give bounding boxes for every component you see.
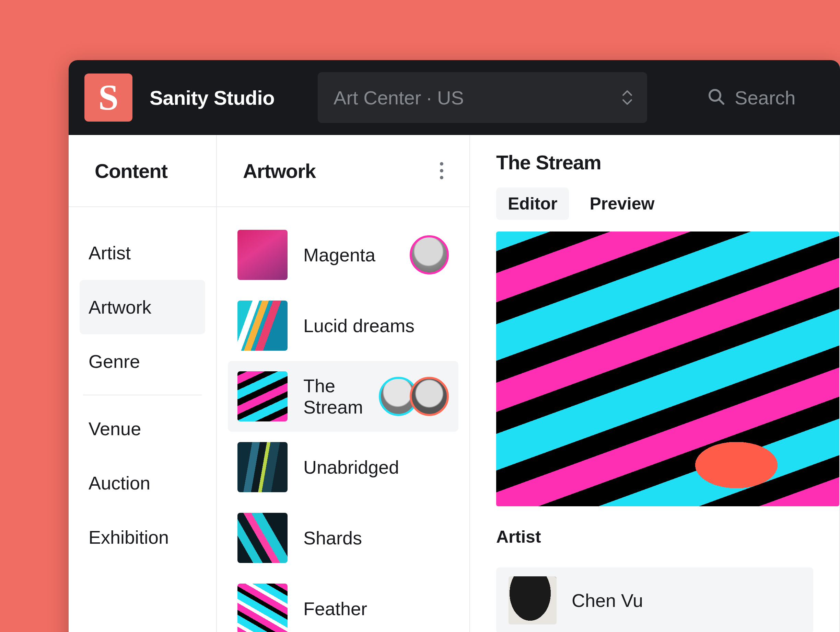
- list-item[interactable]: Shards: [228, 502, 458, 573]
- list-column: Artwork Magenta Lucid: [217, 135, 470, 632]
- logo-glyph: S: [98, 79, 119, 116]
- list-item[interactable]: Magenta: [228, 220, 458, 290]
- artwork-title: Lucid dreams: [303, 315, 449, 336]
- list-item[interactable]: Unabridged: [228, 432, 458, 502]
- detail-tabs: Editor Preview: [470, 178, 839, 220]
- artist-reference-card[interactable]: Chen Vu: [496, 567, 813, 632]
- artwork-title: Shards: [303, 527, 449, 548]
- detail-header: The Stream: [470, 135, 839, 178]
- list-title: Artwork: [243, 159, 316, 182]
- more-menu-icon[interactable]: [440, 162, 443, 179]
- artwork-thumbnail: [237, 301, 287, 351]
- sidebar-item-exhibition[interactable]: Exhibition: [80, 510, 205, 564]
- sidebar-item-auction[interactable]: Auction: [80, 456, 205, 510]
- list-item[interactable]: Lucid dreams: [228, 290, 458, 361]
- artwork-thumbnail: [237, 513, 287, 563]
- workspace-selector[interactable]: Art Center · US: [318, 72, 647, 123]
- artwork-list: Magenta Lucid dreams The Stream: [217, 207, 469, 632]
- list-item[interactable]: Feather: [228, 573, 458, 632]
- user-avatar-icon: [410, 377, 449, 416]
- user-avatar-icon: [410, 235, 449, 274]
- presence-avatars: [379, 377, 449, 416]
- list-header: Artwork: [217, 135, 469, 207]
- sidebar-column: Content Artist Artwork Genre Venue Aucti…: [69, 135, 217, 632]
- artist-name: Chen Vu: [572, 590, 643, 611]
- artwork-thumbnail: [237, 371, 287, 421]
- artwork-title: Unabridged: [303, 456, 449, 478]
- tab-preview[interactable]: Preview: [578, 187, 666, 220]
- sidebar-item-artist[interactable]: Artist: [80, 226, 205, 280]
- artwork-title: Feather: [303, 598, 449, 619]
- artwork-thumbnail: [237, 584, 287, 632]
- sanity-logo-icon: S: [84, 73, 133, 122]
- sidebar-header: Content: [69, 135, 216, 207]
- document-title: The Stream: [496, 151, 813, 174]
- sidebar-item-artwork[interactable]: Artwork: [80, 280, 205, 334]
- search-placeholder: Search: [735, 87, 796, 109]
- sidebar-nav: Artist Artwork Genre Venue Auction Exhib…: [69, 207, 216, 583]
- sidebar-separator: [83, 394, 202, 395]
- sidebar-item-venue[interactable]: Venue: [80, 402, 205, 456]
- search-icon: [707, 87, 726, 108]
- artwork-thumbnail: [237, 442, 287, 492]
- field-label-artist: Artist: [496, 527, 813, 547]
- svg-line-1: [719, 100, 723, 104]
- sidebar-item-genre[interactable]: Genre: [80, 334, 205, 388]
- chevron-updown-icon: [622, 90, 633, 105]
- artwork-thumbnail: [237, 230, 287, 280]
- artist-section: Artist: [470, 506, 839, 554]
- artwork-hero-image[interactable]: [496, 231, 839, 506]
- tab-editor[interactable]: Editor: [496, 187, 569, 220]
- sidebar-title: Content: [95, 159, 167, 182]
- app-title: Sanity Studio: [150, 86, 275, 109]
- workspace-selected: Art Center · US: [333, 87, 464, 109]
- artwork-title: The Stream: [303, 375, 363, 418]
- list-item[interactable]: The Stream: [228, 361, 458, 432]
- studio-window: S Sanity Studio Art Center · US Search: [69, 60, 840, 632]
- body: Content Artist Artwork Genre Venue Aucti…: [69, 135, 840, 632]
- app-header: S Sanity Studio Art Center · US Search: [69, 60, 840, 135]
- search-button[interactable]: Search: [707, 87, 796, 109]
- presence-avatars: [410, 235, 449, 274]
- artist-photo: [508, 577, 557, 624]
- artwork-title: Magenta: [303, 244, 394, 266]
- detail-column: The Stream Editor Preview Artist Chen Vu: [470, 135, 840, 632]
